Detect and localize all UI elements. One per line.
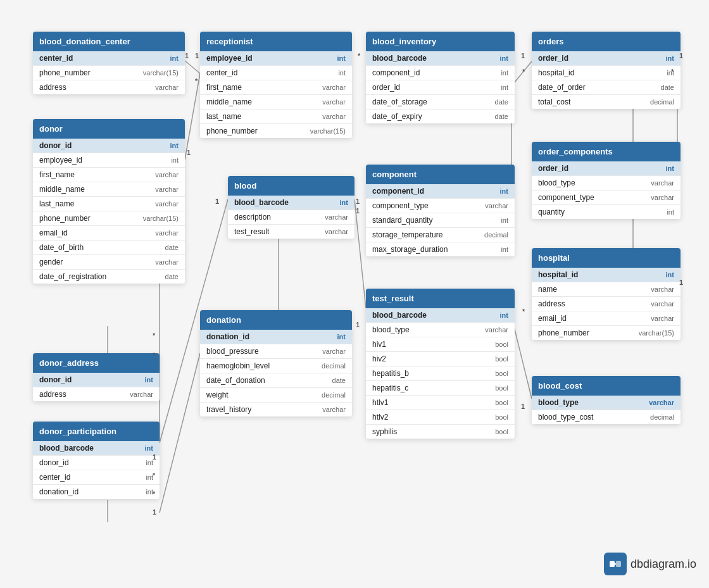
table-row: blood_barcode int bbox=[366, 308, 515, 323]
table-row: center_id int bbox=[200, 66, 352, 80]
table-body-test-result: blood_barcode int blood_type varchar hiv… bbox=[366, 308, 515, 439]
cardinality-label: 1 bbox=[187, 149, 191, 156]
cardinality-label: * bbox=[153, 472, 155, 479]
table-body-blood-donation-center: center_id int phone_number varchar(15) a… bbox=[33, 51, 185, 94]
table-row: blood_pressure varchar bbox=[200, 344, 352, 359]
table-header-donor: donor bbox=[33, 119, 185, 139]
table-body-blood-inventory: blood_barcode int component_id int order… bbox=[366, 51, 515, 123]
table-row: hepatitis_b bool bbox=[366, 366, 515, 381]
svg-line-0 bbox=[185, 61, 200, 73]
table-header-order-components: order_components bbox=[532, 142, 681, 161]
table-row: center_id int bbox=[33, 51, 185, 66]
table-row: middle_name varchar bbox=[33, 182, 185, 197]
table-row: donation_id int bbox=[200, 330, 352, 344]
svg-line-8 bbox=[354, 199, 366, 308]
table-header-blood-inventory: blood_inventory bbox=[366, 32, 515, 51]
table-row: donor_id int bbox=[33, 456, 160, 470]
table-row: max_storage_duration int bbox=[366, 242, 515, 256]
table-row: phone_number varchar(15) bbox=[33, 211, 185, 226]
table-row: address varchar bbox=[33, 80, 185, 94]
table-row: blood_type varchar bbox=[366, 323, 515, 337]
table-header-receptionist: receptionist bbox=[200, 32, 352, 51]
logo-text: dbdiagram.io bbox=[631, 558, 696, 571]
cardinality-label: * bbox=[153, 490, 155, 497]
table-row: test_result varchar bbox=[228, 225, 354, 239]
cardinality-label: * bbox=[358, 52, 360, 59]
table-row: blood_type varchar bbox=[532, 176, 681, 191]
table-row: hepatitis_c bool bbox=[366, 381, 515, 396]
table-blood-cost: blood_cost blood_type varchar blood_type… bbox=[532, 376, 681, 424]
table-row: center_id int bbox=[33, 470, 160, 485]
table-blood-inventory: blood_inventory blood_barcode int compon… bbox=[366, 32, 515, 123]
table-header-donation: donation bbox=[200, 310, 352, 330]
cardinality-label: 1 bbox=[356, 321, 360, 328]
table-body-donor: donor_id int employee_id int first_name … bbox=[33, 139, 185, 284]
table-component: component component_id int component_typ… bbox=[366, 165, 515, 256]
table-row: order_id int bbox=[532, 161, 681, 176]
table-test-result: test_result blood_barcode int blood_type… bbox=[366, 289, 515, 439]
table-row: employee_id int bbox=[200, 51, 352, 66]
table-row: phone_number varchar(15) bbox=[33, 66, 185, 80]
table-row: travel_history varchar bbox=[200, 403, 352, 416]
table-donor-address: donor_address donor_id int address varch… bbox=[33, 353, 160, 401]
cardinality-label: 1 bbox=[679, 52, 683, 59]
table-row: email_id varchar bbox=[33, 226, 185, 241]
table-row: description varchar bbox=[228, 210, 354, 225]
cardinality-label: 1 bbox=[356, 207, 360, 215]
svg-rect-15 bbox=[610, 561, 615, 567]
table-row: component_id int bbox=[366, 184, 515, 199]
table-blood: blood blood_barcode int description varc… bbox=[228, 176, 354, 239]
table-header-blood-donation-center: blood_donation_center bbox=[33, 32, 185, 51]
table-hospital: hospital hospital_id int name varchar ad… bbox=[532, 248, 681, 340]
table-row: date_of_donation date bbox=[200, 373, 352, 388]
table-orders: orders order_id int hospital_id int date… bbox=[532, 32, 681, 109]
cardinality-label: 1 bbox=[153, 453, 156, 461]
cardinality-label: 1 bbox=[679, 278, 683, 286]
table-row: last_name varchar bbox=[200, 109, 352, 124]
svg-rect-16 bbox=[616, 561, 621, 567]
table-header-donor-address: donor_address bbox=[33, 353, 160, 373]
table-row: storage_temperature decimal bbox=[366, 228, 515, 242]
cardinality-label: * bbox=[671, 68, 674, 75]
table-row: htlv2 bool bbox=[366, 410, 515, 425]
table-row: gender varchar bbox=[33, 255, 185, 270]
table-row: address varchar bbox=[33, 387, 160, 401]
table-row: date_of_registration date bbox=[33, 270, 185, 284]
table-row: phone_number varchar(15) bbox=[532, 326, 681, 340]
table-row: standard_quantity int bbox=[366, 213, 515, 228]
table-body-blood-cost: blood_type varchar blood_type_cost decim… bbox=[532, 396, 681, 424]
table-row: component_type varchar bbox=[366, 199, 515, 213]
table-row: component_type varchar bbox=[532, 191, 681, 205]
cardinality-label: * bbox=[153, 332, 155, 339]
table-row: blood_type_cost decimal bbox=[532, 410, 681, 424]
table-row: hiv1 bool bbox=[366, 337, 515, 352]
table-row: donor_id int bbox=[33, 373, 160, 387]
table-row: hospital_id int bbox=[532, 268, 681, 282]
cardinality-label: * bbox=[522, 308, 525, 315]
table-row: employee_id int bbox=[33, 153, 185, 168]
cardinality-label: 1 bbox=[521, 403, 525, 410]
cardinality-label: 1 bbox=[195, 52, 199, 59]
table-row: donor_id int bbox=[33, 139, 185, 153]
table-row: blood_barcode int bbox=[228, 196, 354, 210]
table-row: weight decimal bbox=[200, 388, 352, 403]
table-row: blood_type varchar bbox=[532, 396, 681, 410]
table-row: total_cost decimal bbox=[532, 95, 681, 109]
table-header-component: component bbox=[366, 165, 515, 184]
cardinality-label: * bbox=[522, 68, 525, 75]
table-row: component_id int bbox=[366, 66, 515, 80]
table-row: hiv2 bool bbox=[366, 352, 515, 366]
table-row: order_id int bbox=[366, 80, 515, 95]
table-row: date_of_order date bbox=[532, 80, 681, 95]
table-body-order-components: order_id int blood_type varchar componen… bbox=[532, 161, 681, 219]
table-row: last_name varchar bbox=[33, 197, 185, 211]
table-row: phone_number varchar(15) bbox=[200, 124, 352, 138]
table-header-orders: orders bbox=[532, 32, 681, 51]
table-donation: donation donation_id int blood_pressure … bbox=[200, 310, 352, 416]
table-row: order_id int bbox=[532, 51, 681, 66]
table-row: email_id varchar bbox=[532, 311, 681, 326]
table-body-component: component_id int component_type varchar … bbox=[366, 184, 515, 256]
table-row: htlv1 bool bbox=[366, 396, 515, 410]
table-row: date_of_storage date bbox=[366, 95, 515, 109]
table-row: first_name varchar bbox=[200, 80, 352, 95]
